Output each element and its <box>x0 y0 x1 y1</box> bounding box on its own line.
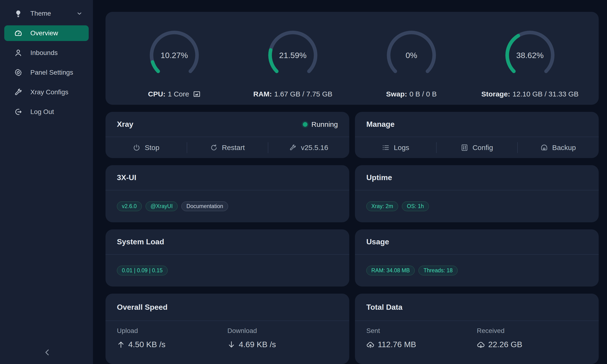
storage-label: Storage: 12.10 GB / 31.33 GB <box>481 90 579 98</box>
upload-stat: Upload 4.50 KB /s <box>117 327 227 364</box>
user-icon <box>14 49 22 57</box>
received-stat: Received 22.26 GB <box>477 327 587 364</box>
version-tag[interactable]: v2.6.0 <box>117 201 142 211</box>
overall-speed-card: Overall Speed Upload 4.50 KB /s Downlo <box>106 294 349 364</box>
sidebar-item-label: Log Out <box>30 108 82 116</box>
card-title: Manage <box>366 120 395 129</box>
row-speed-total: Overall Speed Upload 4.50 KB /s Downlo <box>106 294 599 364</box>
sidebar-item-label: Overview <box>30 29 82 37</box>
download-stat: Download 4.69 KB /s <box>227 327 338 364</box>
card-title: Overall Speed <box>117 303 167 312</box>
card-title: Uptime <box>366 173 392 182</box>
load-average-tag: 0.01 | 0.09 | 0.15 <box>117 266 168 275</box>
total-data-card-header: Total Data <box>355 294 599 321</box>
restart-icon <box>210 144 218 151</box>
config-button[interactable]: Config <box>436 137 518 158</box>
row-xray-manage: Xray Running Stop <box>106 112 599 158</box>
gear-icon <box>14 68 22 77</box>
xray-actions: Stop Restart v25.5.16 <box>106 137 349 158</box>
usage-tags: RAM: 34.08 MB Threads: 18 <box>355 255 599 286</box>
os-uptime-tag: OS: 1h <box>402 201 429 211</box>
cpu-percent: 10.27% <box>148 29 201 81</box>
manage-card-header: Manage <box>355 112 599 137</box>
swap-gauge: 0% Swap: 0 B / 0 B <box>352 12 471 105</box>
sidebar-item-inbounds[interactable]: Inbounds <box>4 45 89 61</box>
xray-card-header: Xray Running <box>106 112 349 137</box>
card-title: System Load <box>117 237 164 246</box>
sidebar-item-label: Panel Settings <box>30 69 82 76</box>
xray-version-button[interactable]: v25.5.16 <box>268 137 349 158</box>
sidebar-item-theme[interactable]: Theme <box>4 6 89 21</box>
sidebar-item-overview[interactable]: Overview <box>4 25 89 41</box>
wrench-icon <box>14 88 22 96</box>
area-chart-icon[interactable] <box>193 90 201 98</box>
documentation-tag[interactable]: Documentation <box>181 201 228 211</box>
backup-button[interactable]: Backup <box>517 137 599 158</box>
status-label: Running <box>311 120 338 129</box>
sidebar-item-panel-settings[interactable]: Panel Settings <box>4 65 89 80</box>
xray-card: Xray Running Stop <box>106 112 349 158</box>
chevron-left-icon <box>43 348 52 357</box>
row-load-usage: System Load 0.01 | 0.09 | 0.15 Usage RAM… <box>106 229 599 286</box>
cpu-gauge: 10.27% CPU: 1 Core <box>115 12 234 105</box>
running-dot-icon <box>303 122 307 127</box>
total-data-card: Total Data Sent 112.76 MB Received <box>355 294 599 364</box>
storage-gauge: 38.62% Storage: 12.10 GB / 31.33 GB <box>471 12 589 105</box>
manage-card: Manage Logs Config <box>355 112 599 158</box>
xui-card: 3X-UI v2.6.0 @XrayUI Documentation <box>106 165 349 222</box>
overall-speed-card-header: Overall Speed <box>106 294 349 321</box>
main-content: 10.27% CPU: 1 Core 21.59% <box>93 0 607 364</box>
uptime-card: Uptime Xray: 2m OS: 1h <box>355 165 599 222</box>
system-load-tags: 0.01 | 0.09 | 0.15 <box>106 255 349 286</box>
restart-button[interactable]: Restart <box>187 137 268 158</box>
sidebar: Theme Overview Inbounds Panel Settings <box>0 0 93 364</box>
system-load-card: System Load 0.01 | 0.09 | 0.15 <box>106 229 349 286</box>
sidebar-item-label: Theme <box>30 10 76 17</box>
card-title: Total Data <box>366 303 402 312</box>
xui-card-header: 3X-UI <box>106 165 349 190</box>
sidebar-item-label: Inbounds <box>30 49 82 57</box>
manage-actions: Logs Config Backup <box>355 137 599 158</box>
list-icon <box>382 144 390 151</box>
storage-percent: 38.62% <box>504 29 556 81</box>
ram-label: RAM: 1.67 GB / 7.75 GB <box>253 90 332 98</box>
ram-usage-tag: RAM: 34.08 MB <box>366 266 415 275</box>
stop-button[interactable]: Stop <box>106 137 187 158</box>
app-root: Theme Overview Inbounds Panel Settings <box>0 0 607 364</box>
swap-percent: 0% <box>385 29 438 81</box>
lightbulb-icon <box>14 10 22 17</box>
logs-button[interactable]: Logs <box>355 137 436 158</box>
sidebar-item-logout[interactable]: Log Out <box>4 104 89 120</box>
backup-icon <box>540 144 548 151</box>
arrow-up-icon <box>117 340 125 349</box>
xui-tags: v2.6.0 @XrayUI Documentation <box>106 190 349 222</box>
card-title: Usage <box>366 237 389 246</box>
cloud-upload-icon <box>366 340 374 349</box>
card-title: 3X-UI <box>117 173 136 182</box>
sidebar-item-label: Xray Configs <box>30 88 82 96</box>
sliders-icon <box>461 144 468 151</box>
power-icon <box>133 144 140 151</box>
uptime-card-header: Uptime <box>355 165 599 190</box>
total-data-stats: Sent 112.76 MB Received <box>355 321 599 364</box>
xray-uptime-tag: Xray: 2m <box>366 201 398 211</box>
uptime-tags: Xray: 2m OS: 1h <box>355 190 599 222</box>
usage-card-header: Usage <box>355 229 599 255</box>
resource-gauges-card: 10.27% CPU: 1 Core 21.59% <box>106 12 599 105</box>
usage-card: Usage RAM: 34.08 MB Threads: 18 <box>355 229 599 286</box>
xrayui-tag[interactable]: @XrayUI <box>145 201 178 211</box>
swap-label: Swap: 0 B / 0 B <box>386 90 436 98</box>
sidebar-item-xray-configs[interactable]: Xray Configs <box>4 84 89 100</box>
system-load-card-header: System Load <box>106 229 349 255</box>
card-title: Xray <box>117 120 133 129</box>
arrow-down-icon <box>227 340 236 349</box>
threads-tag: Threads: 18 <box>419 266 458 275</box>
speedometer-icon <box>14 29 22 37</box>
cloud-download-icon <box>477 340 485 349</box>
row-xui-uptime: 3X-UI v2.6.0 @XrayUI Documentation Uptim… <box>106 165 599 222</box>
sidebar-collapse-button[interactable] <box>40 346 55 359</box>
wrench-icon <box>289 144 297 151</box>
logout-icon <box>14 108 22 116</box>
ram-gauge: 21.59% RAM: 1.67 GB / 7.75 GB <box>234 12 352 105</box>
chevron-down-icon <box>76 11 82 17</box>
